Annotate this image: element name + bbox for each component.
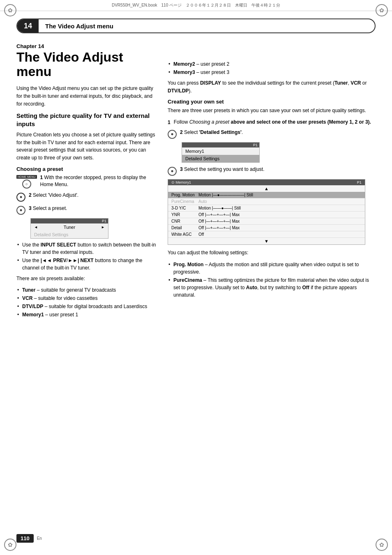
choosing-preset-heading: Choosing a preset — [16, 166, 156, 172]
bullet-input-select: Use the INPUT SELECT button to switch be… — [16, 241, 156, 256]
preset-vcr: VCR – suitable for video cassettes — [16, 295, 156, 302]
display-text: You can press DISPLAY to see the individ… — [168, 79, 376, 94]
tuner-menu-box: P1 ◄ Tuner ► Detailed Settings — [30, 218, 108, 239]
settings-menu-box: ⊙ Memory1 P1 ▲ Prog. Motion Motion |—●——… — [168, 179, 365, 245]
chapter-header: 14 The Video Adjust menu — [16, 18, 376, 33]
settings-row-detail: Detail Off |—+—+—+—| Max — [168, 225, 365, 231]
settings-row-3dyc: 3-D Y/C Motion |——●——| Still — [168, 205, 365, 212]
tuner-row-settings: Detailed Settings — [31, 231, 108, 238]
main-content: Chapter 14 The Video Adjust menu Using t… — [16, 33, 376, 322]
right-column: Memory2 – user preset 2 Memory3 – user p… — [168, 37, 376, 322]
right-step1-text: Follow Choosing a preset above and selec… — [174, 119, 371, 126]
tuner-row-tuner: ◄ Tuner ► — [31, 223, 108, 231]
tuner-box-header: P1 — [31, 219, 108, 223]
step2: ⊕ 2 Select 'Video Adjust'. — [16, 192, 156, 202]
presets-list: Tuner – suitable for general TV broadcas… — [16, 286, 156, 318]
creating-heading: Creating your own set — [168, 99, 376, 105]
section1-body: Picture Creation lets you choose a set o… — [16, 131, 156, 161]
corner-decoration-tl — [4, 4, 16, 16]
preset-memory3: Memory3 – user preset 3 — [168, 69, 376, 76]
creating-body: There are three user presets in which yo… — [168, 107, 376, 115]
right-step3-button: ⊕ — [168, 167, 177, 176]
page-lang: En — [37, 536, 42, 541]
preset-tuner: Tuner – suitable for general TV broadcas… — [16, 286, 156, 294]
right-step2-text: 2 Select 'Detailed Settings'. — [180, 129, 243, 136]
page-main-title: The Video Adjust menu — [16, 50, 156, 79]
settings-row-white-agc: White AGC Off — [168, 231, 365, 238]
section1-heading: Setting the picture quality for TV and e… — [16, 112, 156, 128]
settings-row-ynr: YNR Off |—+—+—+—| Max — [168, 212, 365, 218]
right-step1-number: 1 — [168, 119, 171, 125]
presets-more-list: Memory2 – user preset 2 Memory3 – user p… — [168, 60, 376, 76]
step3-text: 3 Select a preset. — [29, 205, 67, 212]
intro-text: Using the Video Adjust menu you can set … — [16, 85, 156, 108]
right-step3-text: 3 Select the setting you want to adjust. — [180, 166, 264, 173]
settings-header-right: P1 — [357, 180, 362, 184]
corner-decoration-bl — [4, 539, 16, 551]
top-metadata-bar: DVR550H_WV_EN.book 110 ページ ２００６年１２月２８日 木… — [0, 0, 392, 11]
step2-text: 2 Select 'Video Adjust'. — [29, 192, 78, 199]
step1-text: 1 With the recorder stopped, press to di… — [40, 174, 156, 189]
memory-box-header: P1 — [182, 143, 259, 147]
corner-decoration-tr — [376, 4, 388, 16]
memory-row1: Memory1 — [182, 147, 259, 155]
page-footer: 110 En — [16, 534, 376, 543]
step2-button: ⊕ — [16, 193, 25, 202]
left-column: Chapter 14 The Video Adjust menu Using t… — [16, 37, 156, 322]
corner-decoration-br — [376, 539, 388, 551]
right-step2: ⊕ 2 Select 'Detailed Settings'. — [168, 129, 376, 139]
nav-arrow-up: ▲ — [168, 185, 365, 192]
right-step3: ⊕ 3 Select the setting you want to adjus… — [168, 166, 376, 176]
adjust-label: You can adjust the following settings: — [168, 249, 376, 257]
right-step2-button: ⊕ — [168, 130, 177, 139]
settings-row-purecinema: PureCinema Auto — [168, 198, 365, 205]
home-menu-label: HOME MENU — [16, 175, 37, 179]
chapter-label: Chapter 14 — [16, 43, 156, 49]
metadata-text: DVR550H_WV_EN.book 110 ページ ２００６年１２月２８日 木… — [112, 3, 280, 7]
memory-row2: Detailed Settings — [182, 155, 259, 162]
presets-label: There are six presets available: — [16, 275, 156, 283]
settings-title: ⊙ Memory1 — [171, 180, 191, 184]
settings-row-cnr: CNR Off |—+—+—+—| Max — [168, 218, 365, 225]
settings-desc-list: Prog. Motion – Adjusts the motion and st… — [168, 261, 376, 299]
preset-memory2: Memory2 – user preset 2 — [168, 60, 376, 68]
bullet-prev-next: Use the |◄◄ PREV/►►| NEXT buttons to cha… — [16, 257, 156, 272]
chapter-number: 14 — [17, 18, 39, 33]
memory-menu-box: P1 Memory1 Detailed Settings — [182, 142, 260, 163]
step1-button: ○ — [22, 180, 31, 189]
chapter-title-bar: The Video Adjust menu — [39, 23, 120, 30]
preset-dtv-ldp: DTV/LDP – suitable for digital broadcast… — [16, 303, 156, 310]
step1: HOME MENU ○ 1 With the recorder stopped,… — [16, 174, 156, 189]
settings-header: ⊙ Memory1 P1 — [168, 180, 365, 185]
right-step1: 1 Follow Choosing a preset above and sel… — [168, 119, 376, 126]
desc-purecinema: PureCinema – This setting optimizes the … — [168, 276, 376, 299]
settings-row-prog-motion: Prog. Motion Motion |—●——————| Still — [168, 192, 365, 198]
step3: ⊕ 3 Select a preset. — [16, 205, 156, 215]
page-number: 110 — [16, 534, 34, 543]
preset-memory1: Memory1 – user preset 1 — [16, 311, 156, 318]
preset-bullet-list: Use the INPUT SELECT button to switch be… — [16, 241, 156, 272]
nav-arrow-down: ▼ — [168, 238, 365, 244]
step3-button: ⊕ — [16, 206, 25, 215]
desc-prog-motion: Prog. Motion – Adjusts the motion and st… — [168, 261, 376, 276]
